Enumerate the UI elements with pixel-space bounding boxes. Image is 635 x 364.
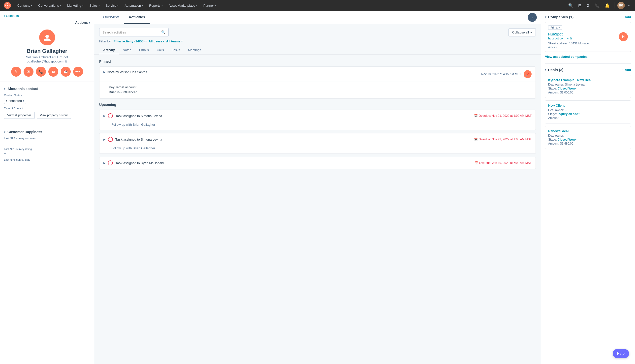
pinned-note-line2: Brian is - Influencer	[109, 90, 531, 95]
properties-btn-row: View all properties View property histor…	[4, 112, 90, 119]
company-card-header: HubSpot hubspot.com ↗ ⧉ Street address: …	[548, 32, 628, 48]
main-tabs-bar: Overview Activities »	[94, 11, 541, 24]
act-tab-emails[interactable]: Emails	[135, 46, 153, 54]
customer-happiness-section: ▾ Customer Happiness Last NPS survey com…	[0, 128, 94, 164]
task-2-description: Follow up with Brian Gallagher	[111, 146, 531, 150]
type-of-contact-label: Type of Contact	[4, 107, 90, 110]
company-url[interactable]: hubspot.com ↗ ⧉	[548, 37, 619, 40]
deal-3-owner: Deal owner: --	[548, 134, 628, 137]
customer-happiness-title: Customer Happiness	[8, 130, 42, 134]
customer-happiness-header[interactable]: ▾ Customer Happiness	[4, 130, 90, 134]
settings-icon[interactable]: ⚙	[585, 0, 591, 11]
deal-card-1: Kythera Example - New Deal Deal owner: S…	[545, 75, 631, 98]
act-tab-meetings[interactable]: Meetings	[184, 46, 205, 54]
pinned-expand-chevron[interactable]: ▶	[104, 70, 106, 74]
contact-status-select[interactable]: Connected ▾	[4, 98, 26, 104]
deal-3-name[interactable]: Renewal deal	[548, 129, 628, 133]
actions-button[interactable]: Actions ▾	[75, 20, 90, 24]
nav-reports[interactable]: Reports▾	[147, 0, 165, 11]
deal-1-stage-select[interactable]: Closed Won ▾	[558, 87, 576, 90]
nav-automation[interactable]: Automation▾	[122, 0, 146, 11]
email-contact-button[interactable]: ✉	[24, 67, 34, 76]
task-card-1: ▶ Task assigned to Simona Levina 📅 Overd…	[99, 110, 536, 130]
user-avatar[interactable]: BG	[617, 2, 625, 9]
task-1-left: ▶ Task assigned to Simona Levina	[104, 113, 162, 118]
view-all-properties-button[interactable]: View all properties	[4, 112, 35, 119]
deal-1-owner: Deal owner: Simona Levina	[548, 83, 628, 86]
deal-3-stage-select[interactable]: Closed Won ▾	[558, 138, 576, 141]
task-1-chevron[interactable]: ▶	[104, 114, 106, 118]
act-tab-activity[interactable]: Activity	[99, 46, 119, 54]
pin-icon: 📌	[524, 70, 531, 78]
copy-email-icon[interactable]: ⧉	[65, 60, 67, 63]
company-name[interactable]: HubSpot	[548, 32, 619, 36]
pinned-section-label: Pinned	[99, 60, 536, 64]
breadcrumb-chevron-left: ‹	[4, 14, 5, 18]
edit-contact-button[interactable]: ✎	[11, 67, 21, 76]
call-contact-button[interactable]: 📞	[36, 67, 46, 76]
all-users-chip[interactable]: All users ▾	[149, 40, 164, 43]
act-tab-calls[interactable]: Calls	[153, 46, 168, 54]
nav-asset-marketplace[interactable]: Asset Marketplace▾	[166, 0, 200, 11]
pinned-card-header: ▶ Note by Wilson Dos Santos Nov 18, 2022…	[100, 67, 535, 82]
task-1-type: Task assigned to Simona Levina	[115, 114, 162, 118]
schedule-contact-button[interactable]: 📅	[61, 67, 71, 76]
search-activities-field[interactable]: 🔍	[99, 28, 169, 36]
nav-right: 🔍 ⊞ ⚙ 📞 🔔 BG ▾	[567, 0, 631, 11]
task-3-circle[interactable]	[108, 160, 113, 166]
task-2-type: Task assigned to Simona Levina	[115, 138, 162, 141]
filter-activity-chip[interactable]: Filter activity (24/55) ▾	[114, 40, 147, 43]
avatar-chevron[interactable]: ▾	[627, 0, 631, 11]
nav-conversations[interactable]: Conversations▾	[36, 0, 64, 11]
deal-1-name[interactable]: Kythera Example - New Deal	[548, 78, 628, 82]
collapse-all-button[interactable]: Collapse all ▾	[508, 28, 536, 36]
hubspot-logo[interactable]	[4, 2, 11, 9]
help-button[interactable]: Help	[613, 349, 629, 358]
notifications-icon[interactable]: 🔔	[603, 0, 611, 11]
act-tab-tasks[interactable]: Tasks	[168, 46, 184, 54]
deals-section-title: Deals (3)	[548, 68, 563, 72]
phone-icon[interactable]: 📞	[593, 0, 601, 11]
contact-profile: Brian Gallagher Solution Architect at Hu…	[0, 28, 94, 82]
all-teams-chip[interactable]: All teams ▾	[166, 40, 183, 43]
expand-panel-button[interactable]: »	[528, 13, 537, 22]
deal-2-stage-select[interactable]: Inquiry on site ▾	[558, 112, 580, 116]
companies-chevron[interactable]: ▾	[545, 15, 546, 18]
nav-partner[interactable]: Partner▾	[201, 0, 219, 11]
screen-contact-button[interactable]: 🖥	[48, 67, 58, 76]
nav-contacts[interactable]: Contacts▾	[15, 0, 35, 11]
nav-marketing[interactable]: Marketing▾	[65, 0, 86, 11]
tab-activities[interactable]: Activities	[124, 11, 150, 24]
add-deal-link[interactable]: + Add	[622, 68, 631, 72]
more-contact-actions-button[interactable]: •••	[73, 67, 83, 76]
companies-title-row: ▾ Companies (1)	[545, 15, 573, 19]
view-associated-companies-link[interactable]: View associated companies	[545, 55, 631, 58]
add-company-link[interactable]: + Add	[622, 15, 631, 19]
act-tab-notes[interactable]: Notes	[119, 46, 135, 54]
task-3-chevron[interactable]: ▶	[104, 162, 106, 165]
nav-service[interactable]: Service▾	[103, 0, 121, 11]
about-section: ▾ About this contact Contact Status Conn…	[0, 85, 94, 125]
nav-sales[interactable]: Sales▾	[87, 0, 103, 11]
search-activities-input[interactable]	[103, 30, 160, 34]
deal-2-amount: Amount: --	[548, 116, 628, 120]
task-2-circle[interactable]	[108, 137, 113, 142]
deal-card-2: New Client Deal owner: -- Stage: Inquiry…	[545, 100, 631, 124]
apps-icon[interactable]: ⊞	[577, 0, 583, 11]
deal-3-amount: Amount: $1,480.00	[548, 142, 628, 145]
tab-overview[interactable]: Overview	[98, 11, 124, 24]
filter-row: Filter by: Filter activity (24/55) ▾ All…	[94, 36, 541, 46]
task-3-overdue: 📅 Overdue: Jan 19, 2023 at 6:00 AM MST	[474, 161, 531, 165]
deal-2-name[interactable]: New Client	[548, 104, 628, 107]
search-icon[interactable]: 🔍	[567, 0, 575, 11]
breadcrumb-contacts-link[interactable]: ‹ Contacts	[4, 14, 19, 18]
task-1-circle[interactable]	[108, 113, 113, 118]
about-section-header[interactable]: ▾ About this contact	[4, 87, 90, 91]
main-layout: ‹ Contacts Actions ▾ Brian Gallagher Sol…	[0, 11, 635, 364]
deals-chevron[interactable]: ▾	[545, 68, 546, 72]
task-2-chevron[interactable]: ▶	[104, 138, 106, 141]
activities-toolbar: 🔍 Collapse all ▾	[94, 24, 541, 36]
deal-2-owner: Deal owner: --	[548, 108, 628, 112]
view-property-history-button[interactable]: View property history	[37, 112, 71, 119]
copy-url-icon[interactable]: ⧉	[570, 37, 572, 40]
